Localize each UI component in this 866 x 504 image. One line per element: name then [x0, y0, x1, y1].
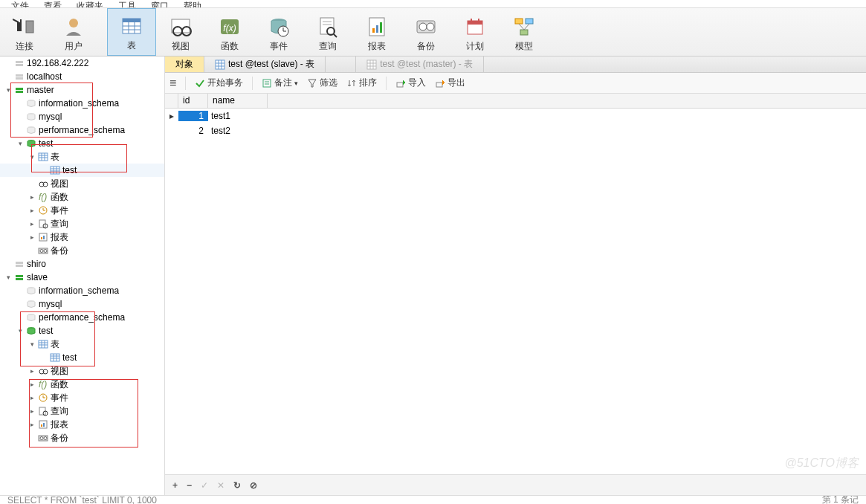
svg-rect-76	[16, 262, 23, 264]
tree-master[interactable]: ▾master	[0, 83, 164, 97]
menu-window[interactable]: 窗口	[151, 0, 169, 7]
col-name[interactable]: name	[208, 94, 268, 108]
tree-报表[interactable]: ▸报表	[0, 230, 164, 244]
toolbar-schedule[interactable]: 计划	[450, 8, 500, 56]
db-off-icon	[25, 111, 37, 123]
tree-视图[interactable]: 视图	[0, 177, 164, 190]
tree-test[interactable]: ▾test	[0, 137, 164, 150]
svg-line-2	[13, 19, 19, 22]
tree-查询[interactable]: ▸查询	[0, 217, 164, 230]
svg-point-107	[44, 437, 47, 440]
conn-on-icon	[13, 271, 25, 283]
query-icon	[316, 15, 340, 39]
tree-事件[interactable]: ▸事件	[0, 204, 164, 217]
menu-tool[interactable]: 工具	[118, 0, 136, 7]
tree-mysql[interactable]: mysql	[0, 110, 164, 123]
grid-row[interactable]: ▸1test1	[165, 109, 866, 123]
svg-rect-29	[380, 22, 382, 33]
svg-text:f(): f()	[39, 379, 47, 390]
toolbar-view[interactable]: 视图	[156, 8, 205, 56]
tree-performance_schema[interactable]: performance_schema	[0, 123, 164, 137]
delete-row-button[interactable]: −	[187, 480, 192, 491]
tree-视图[interactable]: ▸视图	[0, 364, 164, 378]
memo-icon	[262, 78, 272, 88]
svg-point-75	[44, 250, 47, 253]
data-grid[interactable]: id name ▸1test12test2	[165, 94, 866, 474]
fx-icon: f()	[37, 191, 49, 203]
tree-shiro[interactable]: shiro	[0, 257, 164, 271]
cancel-button[interactable]: ✕	[217, 480, 224, 491]
svg-rect-89	[51, 354, 59, 361]
db-off-icon	[25, 97, 37, 109]
toolbar-table[interactable]: 表	[107, 8, 156, 56]
import-button[interactable]: 导入	[395, 77, 426, 89]
menu-view[interactable]: 查看	[44, 0, 62, 7]
tree-information_schema[interactable]: information_schema	[0, 97, 164, 110]
query-icon	[37, 405, 49, 417]
tab-objects[interactable]: 对象	[165, 56, 204, 72]
toolbar-plug[interactable]: 连接	[0, 8, 49, 56]
svg-line-40	[519, 24, 524, 30]
connection-tree[interactable]: 192.168.42.222localhost▾masterinformatio…	[0, 56, 165, 495]
add-row-button[interactable]: +	[172, 480, 178, 491]
plug-icon	[13, 15, 36, 39]
svg-rect-43	[16, 64, 23, 66]
toolbar-query[interactable]: 查询	[303, 8, 352, 56]
tree-备份[interactable]: 备份	[0, 244, 164, 257]
svg-rect-27	[372, 28, 375, 33]
event-icon	[267, 15, 291, 39]
toolbar-event[interactable]: 事件	[254, 8, 303, 56]
export-button[interactable]: 导出	[435, 77, 465, 89]
filter-icon	[307, 78, 317, 88]
filter-button[interactable]: 筛选	[307, 77, 337, 89]
conn-off-icon	[13, 57, 25, 69]
tab-master-table[interactable]: test @test (master) - 表	[355, 56, 484, 72]
tree-performance_schema[interactable]: performance_schema	[0, 311, 164, 324]
db-off-icon	[25, 311, 37, 323]
tree-备份[interactable]: 备份	[0, 431, 164, 445]
tree-slave[interactable]: ▾slave	[0, 271, 164, 284]
refresh-button[interactable]: ↻	[233, 480, 241, 491]
tree-test[interactable]: test	[0, 164, 164, 177]
table-toolbar: ≡ 开始事务 备注 ▾ 筛选 排序 导入	[165, 73, 866, 94]
tree-localhost[interactable]: localhost	[0, 70, 164, 83]
svg-rect-34	[468, 21, 482, 25]
toolbar-backup[interactable]: 备份	[401, 8, 450, 56]
svg-rect-57	[51, 167, 59, 174]
table-icon	[215, 59, 225, 70]
toolbar-model[interactable]: 模型	[500, 8, 549, 56]
tbl-icon	[37, 338, 49, 350]
tree-test[interactable]: test	[0, 351, 164, 364]
tree-information_schema[interactable]: information_schema	[0, 284, 164, 297]
tab-slave-table[interactable]: test @test (slave) - 表	[204, 56, 326, 72]
tree-函数[interactable]: ▸f()函数	[0, 378, 164, 391]
apply-button[interactable]: ✓	[201, 480, 208, 491]
menu-file[interactable]: 文件	[11, 0, 29, 7]
toolbar-fx[interactable]: f(x)函数	[205, 8, 254, 56]
menu-button[interactable]: ≡	[169, 77, 176, 90]
tree-函数[interactable]: ▸f()函数	[0, 190, 164, 204]
svg-rect-11	[172, 19, 190, 33]
svg-rect-6	[123, 19, 140, 22]
col-id[interactable]: id	[178, 94, 208, 108]
toolbar-report[interactable]: 报表	[352, 8, 401, 56]
grid-row[interactable]: 2test2	[165, 123, 866, 138]
tree-test[interactable]: ▾test	[0, 324, 164, 337]
begin-transaction-button[interactable]: 开始事务	[195, 77, 243, 89]
menu-help[interactable]: 帮助	[184, 0, 201, 7]
tree-表[interactable]: ▾表	[0, 150, 164, 164]
tbl-icon	[49, 352, 61, 364]
sort-button[interactable]: 排序	[346, 77, 377, 89]
memo-button[interactable]: 备注 ▾	[262, 77, 298, 89]
tree-192.168.42.222[interactable]: 192.168.42.222	[0, 56, 164, 70]
menu-fav[interactable]: 收藏夹	[77, 0, 103, 7]
tree-表[interactable]: ▾表	[0, 337, 164, 351]
toolbar-user[interactable]: 用户	[49, 8, 98, 56]
tree-查询[interactable]: ▸查询	[0, 404, 164, 418]
event-icon	[37, 392, 49, 404]
fx-icon: f()	[37, 378, 49, 390]
tree-事件[interactable]: ▸事件	[0, 391, 164, 404]
stop-button[interactable]: ⊘	[250, 480, 257, 491]
tree-报表[interactable]: ▸报表	[0, 418, 164, 431]
tree-mysql[interactable]: mysql	[0, 297, 164, 311]
